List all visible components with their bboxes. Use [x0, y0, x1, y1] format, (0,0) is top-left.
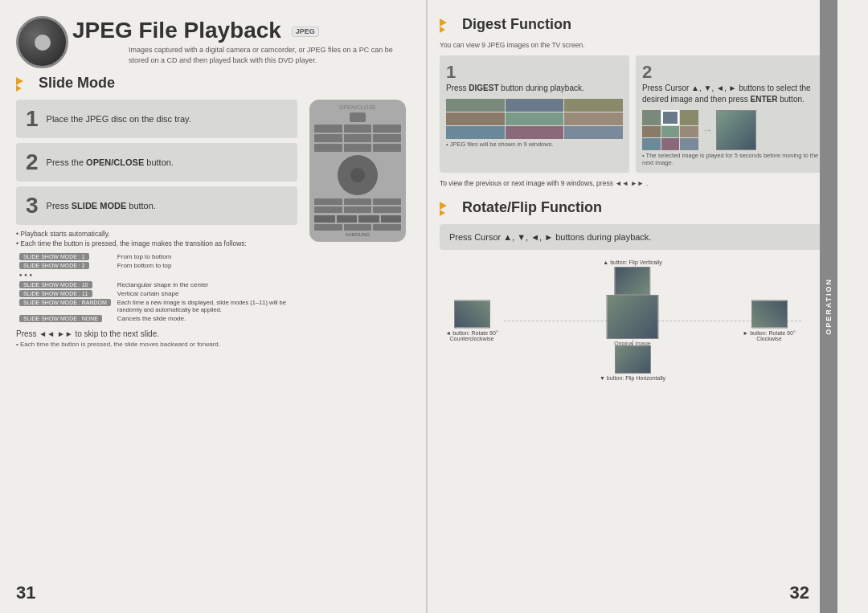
- step-2-box: 2 Press the OPEN/CLOSE button.: [16, 143, 297, 182]
- slide-mode-section-title: Slide Mode: [16, 75, 410, 92]
- samsung-label: SAMSUNG: [314, 232, 401, 237]
- digest-step-2: 2 Press Cursor ▲, ▼, ◄, ► buttons to sel…: [636, 55, 825, 173]
- step-2-number: 2: [26, 151, 39, 174]
- section-icon: [440, 18, 457, 31]
- thumb-note-1: JPEG files will be shown in 9 windows.: [446, 141, 623, 148]
- to-view-note: To view the previous or next image with …: [440, 179, 825, 187]
- digest-step-2-text: Press Cursor ▲, ▼, ◄, ► buttons to selec…: [642, 83, 819, 105]
- steps-area: 1 Place the JPEG disc on the disc tray. …: [16, 100, 297, 348]
- bullet-notes: Playback starts automatically. Each time…: [16, 230, 297, 247]
- digest-step-1: 1 Press DIGEST button during playback.: [440, 55, 629, 173]
- flip-h-img: [615, 345, 651, 374]
- page-number: 32: [790, 582, 809, 603]
- step-3-number: 3: [26, 194, 39, 217]
- step-3-text: Press SLIDE MODE button.: [47, 201, 156, 210]
- skip-note: Each time the button is pressed, the sli…: [16, 341, 297, 348]
- right-label: ► button: Rotate 90° Clockwise: [741, 329, 797, 341]
- page-title: JPEG File Playback JPEG: [72, 19, 410, 42]
- nav-circle: [338, 155, 378, 195]
- disc-icon: [16, 16, 68, 68]
- digest-step-2-num: 2: [642, 62, 819, 83]
- digest-step-1-num: 1: [446, 62, 623, 83]
- digest-subtitle: You can view 9 JPEG images on the TV scr…: [440, 41, 825, 49]
- table-row: SLIDE SHOW MODE : 10 Rectangular shape i…: [16, 280, 297, 289]
- page-number: 31: [16, 582, 35, 603]
- rotate-ccw-img: [454, 300, 490, 328]
- up-label: ▲ button: Flip Vertically: [603, 260, 661, 265]
- rotate-ccw-area: ◄ button: Rotate 90° Counterclockwise: [444, 300, 500, 341]
- slide-mode-btn: SLIDE SHOW MODE : 2: [19, 262, 89, 269]
- remote-control: OPEN/CLOSE: [305, 100, 410, 348]
- left-page: JPEG File Playback JPEG Images captured …: [0, 0, 426, 613]
- step-3-box: 3 Press SLIDE MODE button.: [16, 186, 297, 225]
- jpeg-badge: JPEG: [292, 27, 319, 37]
- remote-body: OPEN/CLOSE: [309, 100, 406, 242]
- operation-sidebar: OPERATION: [820, 0, 837, 613]
- thumb-note-2: The selected image is played for 5 secon…: [642, 152, 819, 166]
- rotate-cw-img: [751, 300, 788, 328]
- enter-button[interactable]: [350, 168, 365, 182]
- digest-section-title: Digest Function: [440, 16, 825, 33]
- table-row: SLIDE SHOW MODE : RANDOM Each time a new…: [16, 298, 297, 314]
- step-1-number: 1: [26, 108, 39, 130]
- step-1-box: 1 Place the JPEG disc on the disc tray.: [16, 100, 297, 138]
- bullet-2: Each time the button is pressed, the ima…: [16, 239, 297, 247]
- right-page: Digest Function You can view 9 JPEG imag…: [428, 0, 837, 613]
- slide-mode-table: SLIDE SHOW MODE : 1 From top to bottom S…: [16, 252, 297, 323]
- rotate-step-box: Press Cursor ▲, ▼, ◄, ► buttons during p…: [440, 224, 825, 250]
- rotate-cw-area: ► button: Rotate 90° Clockwise: [741, 300, 797, 341]
- rotate-section-title: Rotate/Flip Function: [440, 199, 825, 216]
- skip-section: Press ◄◄ ►► to skip to the next slide.: [16, 329, 297, 338]
- left-content: 1 Place the JPEG disc on the disc tray. …: [16, 100, 410, 348]
- original-image-area: Original Image: [607, 295, 659, 346]
- page-header: JPEG File Playback JPEG Images captured …: [16, 16, 410, 68]
- table-row: SLIDE SHOW MODE : 11 Vertical curtain sh…: [16, 289, 297, 298]
- slide-mode-btn: SLIDE SHOW MODE : NONE: [19, 315, 102, 322]
- table-row: SLIDE SHOW MODE : 1 From top to bottom: [16, 252, 297, 261]
- table-row: SLIDE SHOW MODE : 2 From bottom to top: [16, 261, 297, 270]
- section-icon: [440, 202, 457, 215]
- step-2-text: Press the OPEN/CLOSE button.: [47, 157, 174, 167]
- rotate-section: Rotate/Flip Function Press Cursor ▲, ▼, …: [440, 199, 825, 382]
- section-icon: [16, 77, 34, 90]
- header-subtitle: Images captured with a digital camera or…: [129, 45, 410, 65]
- table-row: • • •: [16, 270, 297, 280]
- flip-vertical-area: ▲ button: Flip Vertically: [603, 260, 661, 295]
- rotate-diagram: Original Image ▲ button: Flip Vertically…: [440, 258, 825, 382]
- flip-v-img: [615, 267, 651, 295]
- slide-mode-btn: SLIDE SHOW MODE : RANDOM: [19, 299, 111, 306]
- digest-step-1-text: Press DIGEST button during playback.: [446, 83, 623, 94]
- digest-section: Digest Function You can view 9 JPEG imag…: [440, 16, 825, 187]
- slide-mode-btn: SLIDE SHOW MODE : 10: [19, 281, 92, 288]
- remote-top-label: OPEN/CLOSE: [314, 104, 401, 110]
- down-label: ▼ button: Flip Horizontally: [600, 375, 665, 381]
- original-image: [607, 295, 659, 339]
- slide-mode-btn: SLIDE SHOW MODE : 11: [19, 290, 92, 297]
- left-label: ◄ button: Rotate 90° Counterclockwise: [444, 329, 500, 341]
- flip-horizontal-area: ▼ button: Flip Horizontally: [600, 345, 665, 381]
- table-row: SLIDE SHOW MODE : NONE Cancels the slide…: [16, 314, 297, 323]
- title-text: JPEG File Playback: [72, 18, 281, 43]
- operation-label: OPERATION: [825, 278, 833, 335]
- arrow-right-icon: →: [702, 124, 713, 137]
- large-image-thumb: [716, 110, 756, 150]
- digest-steps: 1 Press DIGEST button during playback.: [440, 55, 825, 173]
- bullet-1: Playback starts automatically.: [16, 230, 297, 238]
- slide-mode-btn: SLIDE SHOW MODE : 1: [19, 253, 89, 260]
- step-1-text: Place the JPEG disc on the disc tray.: [47, 114, 191, 124]
